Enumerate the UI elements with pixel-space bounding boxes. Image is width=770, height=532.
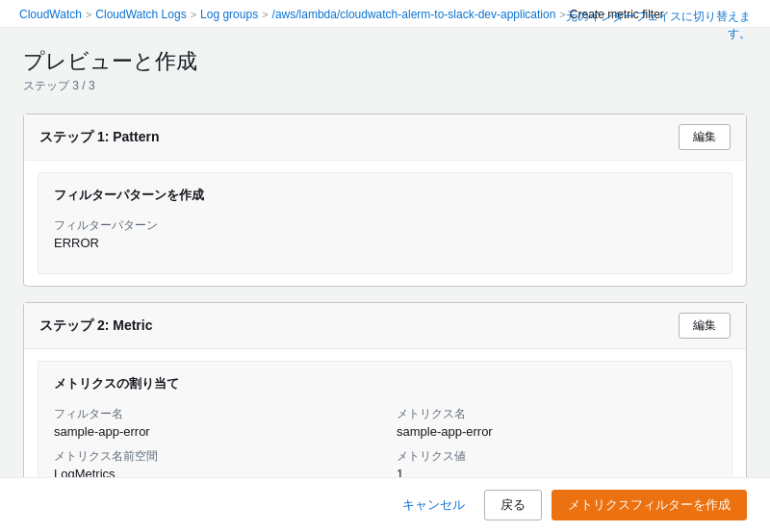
filter-name-value: sample-app-error (54, 424, 373, 439)
filter-pattern-label: フィルターパターン (54, 217, 716, 234)
breadcrumb-cloudwatch[interactable]: CloudWatch (19, 8, 82, 21)
page-title: プレビューと作成 (23, 47, 747, 76)
metric-namespace-label: メトリクス名前空間 (54, 448, 373, 465)
create-metric-filter-button[interactable]: メトリクスフィルターを作成 (552, 490, 747, 520)
step2-inner-title: メトリクスの割り当て (54, 375, 716, 393)
filter-name-label: フィルター名 (54, 406, 373, 422)
metric-name-value: sample-app-error (397, 424, 716, 439)
page-subtitle: ステップ 3 / 3 (23, 78, 747, 94)
step1-header: ステップ 1: Pattern 編集 (24, 114, 746, 161)
back-button[interactable]: 戻る (484, 490, 542, 520)
step1-edit-button[interactable]: 編集 (679, 124, 731, 150)
breadcrumb-sep-3: > (262, 9, 268, 20)
step2-edit-button[interactable]: 編集 (679, 313, 731, 339)
step1-card: ステップ 1: Pattern 編集 フィルターパターンを作成 フィルターパター… (23, 114, 747, 287)
filter-pattern-value: ERROR (54, 236, 716, 250)
breadcrumb-sep-1: > (86, 9, 91, 20)
footer-bar: キャンセル 戻る メトリクスフィルターを作成 (0, 477, 770, 532)
breadcrumb-log-groups[interactable]: Log groups (200, 8, 258, 21)
metric-name-label: メトリクス名 (397, 406, 716, 422)
step2-title: ステップ 2: Metric (39, 317, 152, 335)
breadcrumb-sep-4: > (559, 9, 565, 20)
breadcrumb-sep-2: > (191, 9, 196, 20)
breadcrumb-log-group-path[interactable]: /aws/lambda/cloudwatch-alerm-to-slack-de… (272, 8, 556, 21)
metric-value-label: メトリクス値 (397, 448, 716, 465)
step1-inner-card: フィルターパターンを作成 フィルターパターン ERROR (38, 172, 732, 274)
cancel-button[interactable]: キャンセル (393, 491, 475, 519)
step1-inner-title: フィルターパターンを作成 (54, 187, 716, 204)
breadcrumb-cloudwatch-logs[interactable]: CloudWatch Logs (95, 8, 186, 21)
step1-title: ステップ 1: Pattern (39, 129, 159, 146)
step2-header: ステップ 2: Metric 編集 (24, 303, 746, 349)
